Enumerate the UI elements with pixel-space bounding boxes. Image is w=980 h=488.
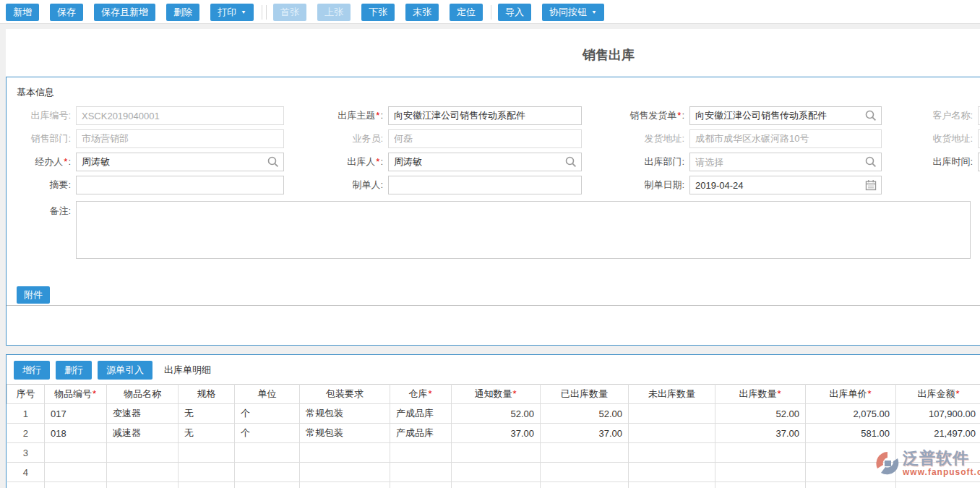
grid-cell[interactable] bbox=[235, 443, 300, 463]
field-outbound-subject-input[interactable] bbox=[388, 106, 582, 125]
field-summary-input[interactable] bbox=[76, 176, 284, 194]
grid-cell[interactable] bbox=[179, 482, 235, 488]
grid-cell[interactable]: 52.00 bbox=[715, 404, 806, 424]
delete-button[interactable]: 删除 bbox=[166, 4, 199, 21]
grid-cell[interactable] bbox=[179, 443, 235, 463]
grid-row-3[interactable]: 3 bbox=[7, 443, 980, 463]
grid-cell[interactable] bbox=[300, 463, 390, 482]
calendar-icon[interactable] bbox=[865, 179, 877, 191]
grid-cell[interactable]: 产成品库 bbox=[390, 404, 452, 424]
new-button[interactable]: 新增 bbox=[6, 4, 39, 21]
field-document-date-input[interactable] bbox=[689, 176, 882, 194]
grid-cell[interactable]: 018 bbox=[45, 424, 107, 443]
print-button[interactable]: 打印▼ bbox=[210, 4, 254, 21]
grid-cell[interactable]: 581.00 bbox=[806, 424, 896, 443]
collaborate-button[interactable]: 协同按钮▼ bbox=[542, 4, 604, 21]
grid-cell[interactable] bbox=[629, 463, 715, 482]
grid-cell[interactable]: 52.00 bbox=[452, 404, 541, 424]
grid-cell[interactable] bbox=[896, 482, 980, 488]
grid-cell[interactable] bbox=[629, 404, 715, 424]
prev-record-button: 上张 bbox=[317, 4, 351, 21]
grid-cell[interactable] bbox=[107, 482, 179, 488]
required-asterisk: * bbox=[512, 388, 516, 399]
save-and-new-button[interactable]: 保存且新增 bbox=[94, 4, 155, 21]
grid-cell[interactable]: 无 bbox=[179, 404, 235, 424]
locate-button[interactable]: 定位 bbox=[450, 4, 483, 21]
search-icon[interactable] bbox=[865, 110, 877, 121]
grid-cell[interactable] bbox=[179, 463, 235, 482]
grid-cell[interactable] bbox=[107, 463, 179, 482]
grid-cell[interactable] bbox=[390, 482, 452, 488]
attachment-button[interactable]: 附件 bbox=[17, 286, 50, 304]
remark-textarea[interactable] bbox=[76, 201, 971, 259]
first-record-button: 首张 bbox=[273, 4, 306, 21]
grid-cell[interactable]: 个 bbox=[235, 404, 300, 424]
grid-cell[interactable] bbox=[235, 482, 300, 488]
grid-cell[interactable]: 常规包装 bbox=[300, 404, 390, 424]
grid-cell[interactable]: 个 bbox=[235, 424, 300, 443]
grid-cell[interactable] bbox=[541, 443, 629, 463]
grid-cell[interactable]: 变速器 bbox=[107, 404, 179, 424]
grid-cell[interactable] bbox=[107, 443, 179, 463]
grid-cell[interactable] bbox=[45, 482, 107, 488]
grid-cell[interactable]: 107,900.00 bbox=[896, 404, 980, 424]
grid-cell[interactable]: 37.00 bbox=[541, 424, 629, 443]
grid-cell[interactable] bbox=[629, 424, 715, 443]
grid-cell[interactable]: 2,075.00 bbox=[806, 404, 896, 424]
field-salesman-label: 业务员: bbox=[304, 132, 388, 145]
grid-cell[interactable] bbox=[45, 443, 107, 463]
attachment-divider bbox=[7, 305, 980, 306]
grid-cell[interactable] bbox=[452, 443, 541, 463]
field-outbound-person-input[interactable] bbox=[388, 153, 582, 171]
grid-cell[interactable] bbox=[452, 463, 541, 482]
search-icon[interactable] bbox=[865, 156, 877, 168]
grid-header-row: 序号物品编号*物品名称规格单位包装要求仓库*通知数量*已出库数量未出库数量出库数… bbox=[7, 385, 980, 404]
grid-cell[interactable] bbox=[806, 482, 896, 488]
field-document-maker-input[interactable] bbox=[388, 176, 582, 194]
field-customer-name: 客户名称: bbox=[908, 106, 980, 125]
grid-cell[interactable]: 21,497.00 bbox=[896, 424, 980, 443]
grid-cell[interactable] bbox=[541, 482, 629, 488]
grid-cell[interactable] bbox=[390, 443, 452, 463]
import-button[interactable]: 导入 bbox=[498, 4, 531, 21]
grid-cell[interactable] bbox=[45, 463, 107, 482]
grid-cell[interactable] bbox=[300, 482, 390, 488]
grid-cell[interactable] bbox=[390, 463, 452, 482]
grid-row-4[interactable]: 4 bbox=[7, 463, 980, 482]
add-row-button[interactable]: 增行 bbox=[14, 361, 50, 380]
grid-col-规格: 规格 bbox=[179, 385, 235, 404]
grid-cell[interactable] bbox=[715, 482, 806, 488]
grid-cell[interactable]: 减速器 bbox=[107, 424, 179, 443]
field-outbound-department-input[interactable] bbox=[689, 153, 882, 171]
grid-cell[interactable]: 017 bbox=[45, 404, 107, 424]
grid-row-5[interactable]: 5 bbox=[7, 482, 980, 488]
grid-cell[interactable]: 37.00 bbox=[452, 424, 541, 443]
save-button[interactable]: 保存 bbox=[50, 4, 83, 21]
field-handler-input[interactable] bbox=[76, 153, 284, 171]
grid-cell[interactable] bbox=[629, 443, 715, 463]
grid-cell[interactable] bbox=[452, 482, 541, 488]
grid-cell[interactable] bbox=[629, 482, 715, 488]
search-icon[interactable] bbox=[565, 156, 577, 168]
grid-cell[interactable] bbox=[541, 463, 629, 482]
grid-cell[interactable]: 产成品库 bbox=[390, 424, 452, 443]
grid-cell[interactable]: 52.00 bbox=[541, 404, 629, 424]
delete-row-button[interactable]: 删行 bbox=[56, 361, 92, 380]
grid-row-2[interactable]: 2018减速器无个常规包装产成品库37.0037.0037.00581.0021… bbox=[7, 424, 980, 443]
next-record-button[interactable]: 下张 bbox=[361, 4, 395, 21]
field-summary: 摘要: bbox=[7, 176, 304, 194]
search-icon[interactable] bbox=[267, 156, 279, 168]
grid-row-1[interactable]: 1017变速器无个常规包装产成品库52.0052.0052.002,075.00… bbox=[7, 404, 980, 424]
grid-cell[interactable] bbox=[715, 443, 806, 463]
grid-cell: 5 bbox=[7, 482, 45, 488]
import-from-source-button[interactable]: 源单引入 bbox=[98, 361, 152, 380]
grid-cell[interactable]: 常规包装 bbox=[300, 424, 390, 443]
grid-cell[interactable] bbox=[715, 463, 806, 482]
field-sales-delivery-order-input[interactable] bbox=[689, 106, 882, 125]
grid-cell[interactable]: 无 bbox=[179, 424, 235, 443]
detail-grid: 序号物品编号*物品名称规格单位包装要求仓库*通知数量*已出库数量未出库数量出库数… bbox=[7, 384, 980, 488]
grid-cell[interactable] bbox=[235, 463, 300, 482]
grid-cell[interactable]: 37.00 bbox=[715, 424, 806, 443]
last-record-button[interactable]: 末张 bbox=[405, 4, 439, 21]
grid-cell[interactable] bbox=[300, 443, 390, 463]
